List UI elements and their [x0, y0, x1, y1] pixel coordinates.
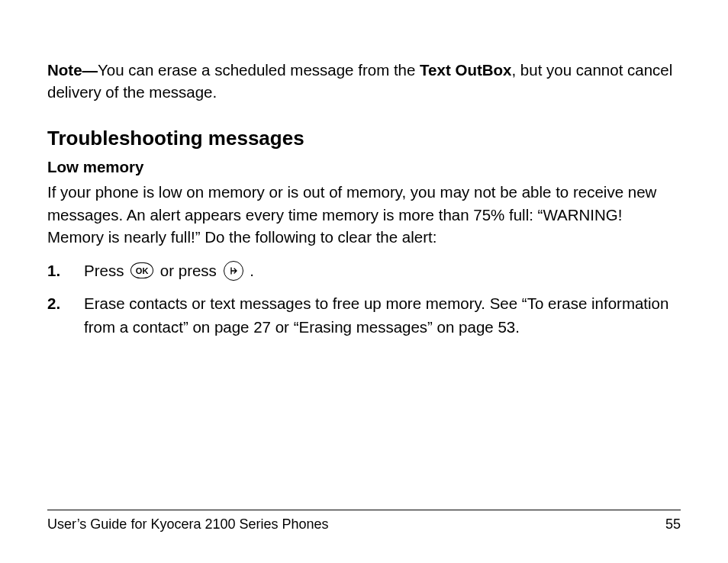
note-paragraph: Note—You can erase a scheduled message f… [47, 59, 681, 104]
footer-title: User’s Guide for Kyocera 2100 Series Pho… [47, 516, 329, 532]
step-number: 2. [47, 292, 60, 316]
note-inline-bold: Text OutBox [420, 61, 511, 79]
section-heading: Troubleshooting messages [47, 127, 681, 150]
ok-button-icon: OK [130, 262, 153, 278]
step-text: Erase contacts or text messages to free … [84, 294, 668, 336]
step-text-post: . [250, 262, 254, 279]
step-item: 2. Erase contacts or text messages to fr… [47, 292, 681, 339]
steps-list: 1. Press OK or press . 2. Erase contacts… [47, 259, 681, 339]
note-text-a: You can erase a scheduled message from t… [98, 61, 420, 79]
step-item: 1. Press OK or press . [47, 259, 681, 283]
page-footer: User’s Guide for Kyocera 2100 Series Pho… [47, 510, 681, 532]
step-text-pre: Press [84, 262, 128, 279]
intro-paragraph: If your phone is low on memory or is out… [47, 181, 681, 249]
document-page: Note—You can erase a scheduled message f… [0, 0, 728, 563]
note-label: Note— [47, 61, 98, 79]
back-button-icon [224, 261, 243, 281]
step-number: 1. [47, 259, 60, 283]
page-number: 55 [665, 516, 681, 532]
sub-heading: Low memory [47, 158, 681, 176]
step-text-mid: or press [160, 262, 221, 279]
